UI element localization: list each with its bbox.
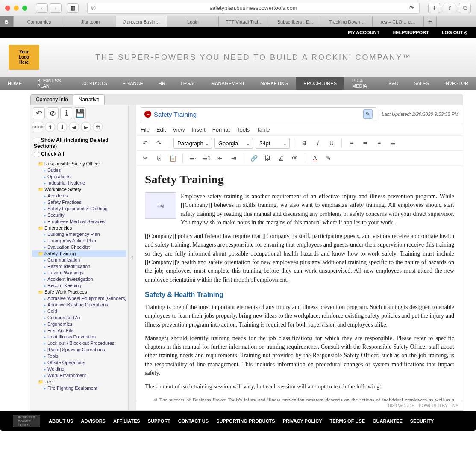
tree-item[interactable]: Accidents [32,193,126,199]
menu-tools[interactable]: Tools [237,127,250,133]
text-color-icon[interactable]: A [309,153,320,164]
nav-businessplan[interactable]: BUSINESS PLAN [29,77,74,90]
reload-icon[interactable]: ⟳ [409,5,414,11]
tree-item[interactable]: Offsite Operations [32,359,126,366]
tree-item[interactable]: Employee Medical Services [32,218,126,225]
menu-edit[interactable]: Edit [156,127,166,133]
next-button[interactable]: ▶ [81,122,91,132]
size-select[interactable]: 24pt [256,138,290,149]
save-button[interactable]: 💾 [74,107,86,119]
bookmark-tab[interactable]: B [0,16,14,27]
tree-item[interactable]: Hazard Identification [32,263,126,270]
nav-marketing[interactable]: MARKETING [253,77,296,90]
tree-item[interactable]: Operations [32,174,126,180]
nav-investor[interactable]: INVESTOR [437,77,476,90]
nav-hr[interactable]: HR [151,77,173,90]
tree-item[interactable]: Fire Fighting Equipment [32,385,126,391]
footer-link[interactable]: SECURITY [410,418,434,424]
nav-sales[interactable]: SALES [406,77,437,90]
site-settings-icon[interactable]: ◎ [91,4,99,12]
menu-insert[interactable]: Insert [191,127,206,133]
menu-file[interactable]: File [141,127,150,133]
align-justify-icon[interactable]: ☰ [387,138,398,149]
align-left-icon[interactable]: ≡ [346,138,357,149]
tree-item[interactable]: Heat Illness Prevention [32,334,126,340]
tree-item[interactable]: Emergency Action Plan [32,238,126,244]
tree-item[interactable]: Evaluation Checklist [32,244,126,250]
nav-finance[interactable]: FINANCE [115,77,150,90]
tree-item[interactable]: Communication [32,257,126,263]
help-support-link[interactable]: HELP/SUPPORT [392,30,429,35]
print-icon[interactable]: 🖨 [276,153,287,164]
cut-icon[interactable]: ✂ [140,153,151,164]
maximize-window-button[interactable] [22,6,27,11]
nav-contacts[interactable]: CONTACTS [74,77,115,90]
tree-item[interactable]: Abrasive Blasting Operations [32,302,126,308]
new-tab-button[interactable]: + [424,16,437,27]
show-all-checkbox[interactable]: Show All (Including Deleted Sections) [34,136,125,150]
browser-tab[interactable]: Subscribers : E… [270,16,321,27]
footer-link[interactable]: SUPPORT [148,418,170,424]
tree-item[interactable]: Safety Equipment & Clothing [32,206,126,212]
check-all-checkbox[interactable]: Check All [34,150,125,158]
format-select[interactable]: Paragraph [173,138,212,149]
footer-link[interactable]: AFFILIATES [113,418,140,424]
nav-legal[interactable]: LEGAL [173,77,203,90]
copy-icon[interactable]: ⎘ [153,153,165,164]
image-icon[interactable]: 🖼 [262,153,273,164]
footer-link[interactable]: SUPPORTING PRODUCTS [216,418,275,424]
tree-folder[interactable]: Emergencies [32,225,126,231]
nav-prmedia[interactable]: PR & MEDIA [344,77,381,90]
bullet-list-icon[interactable]: ☰· [187,153,198,164]
footer-link[interactable]: ADVISORS [81,418,105,424]
tree-folder[interactable]: Safe Work Practices [32,289,126,295]
tree-item[interactable]: [Paint] Spraying Operations [32,347,126,353]
footer-link[interactable]: TERMS OF USE [330,418,365,424]
edit-title-icon[interactable]: ✎ [363,109,373,119]
docx-export-button[interactable]: DOCX [33,122,43,132]
menu-format[interactable]: Format [212,127,230,133]
italic-icon[interactable]: I [312,138,323,149]
preview-icon[interactable]: 👁 [289,153,300,164]
disable-button[interactable]: ⊘ [47,107,59,119]
move-down-button[interactable]: ⬇ [57,122,67,132]
tree-folder[interactable]: Safety Training [32,250,126,257]
tree-item[interactable]: Abrasive Wheel Equipment (Grinders) [32,295,126,302]
menu-table[interactable]: Table [256,127,270,133]
tree-item[interactable]: First Aid Kits [32,327,126,334]
underline-icon[interactable]: U [326,138,337,149]
number-list-icon[interactable]: ☰1 [201,153,212,164]
sidebar-toggle-button[interactable]: ▥ [67,3,79,13]
download-icon[interactable]: ⬇ [428,3,440,13]
browser-tab[interactable]: Companies [14,16,65,27]
font-select[interactable]: Georgia [214,138,253,149]
menu-view[interactable]: View [173,127,185,133]
outdent-icon[interactable]: ⇤ [214,153,226,164]
tree-item[interactable]: Compressed Air [32,315,126,321]
my-account-link[interactable]: MY ACCOUNT [348,30,379,35]
tree-item[interactable]: Building Emergency Plan [32,231,126,238]
browser-tab[interactable]: Tracking Down… [321,16,373,27]
tabs-icon[interactable]: ⧉ [459,3,471,13]
footer-link[interactable]: ABOUT US [49,418,73,424]
address-bar[interactable]: ◎ safetyplan.businesspowertools.com ⟳ [87,3,420,14]
nav-procedures[interactable]: PROCEDURES [296,77,344,90]
browser-tab[interactable]: Jian.com [65,16,116,27]
link-icon[interactable]: 🔗 [248,153,259,164]
share-icon[interactable]: ⇪ [444,3,455,13]
tree-item[interactable]: Work Environment [32,372,126,379]
tree-folder[interactable]: Fire! [32,379,126,385]
tree-item[interactable]: Tools [32,353,126,359]
tree-item[interactable]: Accident Investigation [32,276,126,283]
info-button[interactable]: ℹ [60,107,72,119]
logout-link[interactable]: LOG OUT ⎋ [442,30,467,35]
forward-button[interactable]: › [50,3,62,13]
tree-item[interactable]: Hazard Warnings [32,270,126,276]
tab-narrative[interactable]: Narrative [73,94,105,105]
redo-icon[interactable]: ↷ [153,138,165,149]
nav-home[interactable]: HOME [0,77,29,90]
back-button[interactable]: ‹ [36,3,48,13]
browser-tab[interactable]: res – CLO… e… [373,16,424,27]
tree-item[interactable]: Ergonomics [32,321,126,327]
browser-tab[interactable]: Login [167,16,219,27]
